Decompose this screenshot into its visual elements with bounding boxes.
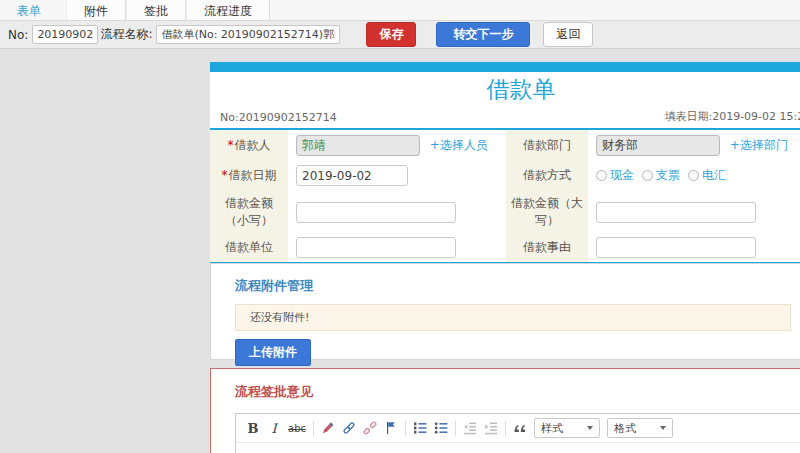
styles-dropdown[interactable]: 样式 xyxy=(534,418,600,438)
select-person-link[interactable]: +选择人员 xyxy=(430,138,488,152)
toolbar-separator xyxy=(455,421,456,436)
borrower-input[interactable] xyxy=(296,135,420,156)
process-name-input[interactable] xyxy=(156,25,340,44)
reason-label-cell: 借款事由 xyxy=(506,233,588,262)
toolbar-separator xyxy=(505,421,506,436)
header-toolbar: No: 流程名称: 保存 转交下一步 返回 xyxy=(0,21,800,49)
loan-form-panel: 借款单 No:20190902152714 填表日期:2019-09-02 15… xyxy=(210,62,800,267)
process-name-label: 流程名称: xyxy=(100,26,152,43)
unit-label-cell: 借款单位 xyxy=(210,233,288,262)
tab-bar: 表单 附件 签批 流程进度 xyxy=(0,0,800,21)
select-department-link[interactable]: +选择部门 xyxy=(730,138,788,152)
borrow-date-input[interactable] xyxy=(296,165,408,186)
strikethrough-icon[interactable]: abc xyxy=(288,420,306,436)
numbered-list-icon[interactable] xyxy=(413,420,427,436)
outdent-icon[interactable] xyxy=(463,420,477,436)
loan-form-table: *借款人 +选择人员 借款部门 +选择部门 *借款日期 借款方式 xyxy=(210,130,800,262)
remove-format-icon[interactable] xyxy=(321,420,335,436)
tab-attachments[interactable]: 附件 xyxy=(66,0,126,20)
fill-date: 填表日期:2019-09-02 15:27:1 xyxy=(664,109,800,124)
borrower-label-cell: *借款人 xyxy=(210,130,288,160)
no-label: No: xyxy=(8,28,28,42)
radio-check[interactable]: 支票 xyxy=(642,167,680,184)
radio-icon[interactable] xyxy=(596,170,607,181)
back-button[interactable]: 返回 xyxy=(543,22,593,47)
borrow-method-radios: 现金 支票 电汇 xyxy=(596,167,800,184)
doc-number: No:20190902152714 xyxy=(220,111,337,124)
save-button[interactable]: 保存 xyxy=(366,22,416,47)
no-input[interactable] xyxy=(32,25,98,44)
form-info-row: No:20190902152714 填表日期:2019-09-02 15:27:… xyxy=(210,106,800,130)
amount-upper-input[interactable] xyxy=(596,202,756,223)
no-attachments-message: 还没有附件! xyxy=(235,304,791,331)
toolbar-separator xyxy=(313,421,314,436)
next-step-button[interactable]: 转交下一步 xyxy=(436,22,530,47)
radio-wire[interactable]: 电汇 xyxy=(688,167,726,184)
method-label-cell: 借款方式 xyxy=(506,160,588,191)
indent-icon[interactable] xyxy=(484,420,498,436)
tab-process-progress[interactable]: 流程进度 xyxy=(186,0,270,20)
unlink-icon[interactable] xyxy=(363,420,377,436)
link-icon[interactable] xyxy=(342,420,356,436)
toolbar-separator xyxy=(405,421,406,436)
chevron-down-icon xyxy=(660,426,666,430)
attachments-title: 流程附件管理 xyxy=(235,277,800,295)
approval-title: 流程签批意见 xyxy=(235,383,800,401)
editor-toolbar: B I abc xyxy=(236,414,800,442)
chevron-down-icon xyxy=(587,426,593,430)
bulleted-list-icon[interactable] xyxy=(434,420,448,436)
panel-top-bar xyxy=(210,62,800,72)
bold-icon[interactable]: B xyxy=(246,420,260,436)
rich-text-editor: B I abc xyxy=(235,413,800,453)
form-title: 借款单 xyxy=(210,72,800,106)
italic-icon[interactable]: I xyxy=(267,420,281,436)
required-asterisk: * xyxy=(228,138,234,152)
radio-icon[interactable] xyxy=(688,170,699,181)
blockquote-icon[interactable] xyxy=(513,420,527,436)
amount-lower-input[interactable] xyxy=(296,202,456,223)
amount-lower-label-cell: 借款金额（小写） xyxy=(210,191,288,233)
amount-upper-label-cell: 借款金额（大写） xyxy=(506,191,588,233)
department-input[interactable] xyxy=(596,135,720,156)
upload-attachment-button[interactable]: 上传附件 xyxy=(235,339,311,366)
radio-cash[interactable]: 现金 xyxy=(596,167,634,184)
format-dropdown[interactable]: 格式 xyxy=(607,418,673,438)
tab-approval[interactable]: 签批 xyxy=(126,0,186,20)
borrow-date-label-cell: *借款日期 xyxy=(210,160,288,191)
unit-input[interactable] xyxy=(296,237,456,258)
editor-content-area[interactable] xyxy=(236,442,800,453)
required-asterisk: * xyxy=(222,168,228,182)
approval-card: 流程签批意见 B I abc xyxy=(210,368,800,453)
radio-icon[interactable] xyxy=(642,170,653,181)
tab-form[interactable]: 表单 xyxy=(0,0,58,20)
attachments-card: 流程附件管理 还没有附件! 上传附件 xyxy=(210,263,800,360)
anchor-flag-icon[interactable] xyxy=(384,420,398,436)
department-label-cell: 借款部门 xyxy=(506,130,588,160)
reason-input[interactable] xyxy=(596,237,756,258)
